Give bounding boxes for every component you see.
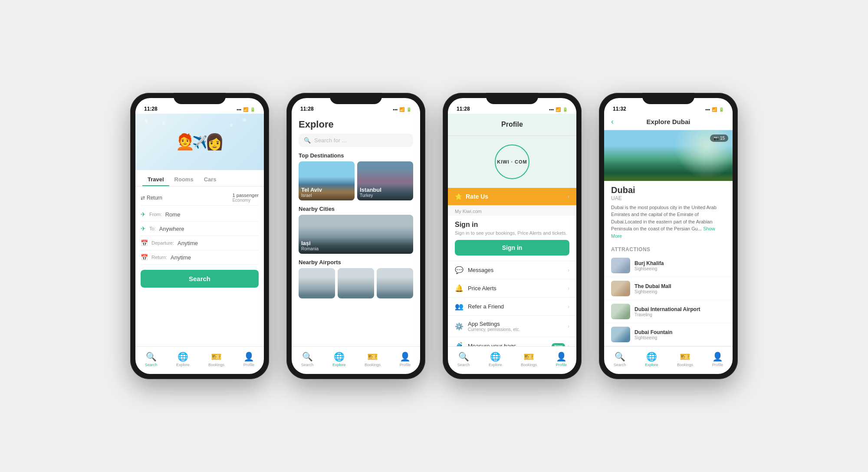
nav-bookings-4[interactable]: 🎫 Bookings [677, 351, 693, 367]
nearby-cities-title: Nearby Cities [299, 206, 413, 212]
tab-travel[interactable]: Travel [142, 174, 169, 186]
nav-bookings-2[interactable]: 🎫 Bookings [365, 351, 381, 367]
departure-plane-icon: ✈ [141, 211, 146, 218]
characters: 🧑‍🦰 ✈️ 👩 [175, 133, 224, 151]
profile-nav-icon-2: 👤 [400, 351, 411, 362]
dubai-info: Dubai UAE Dubai is the most populous cit… [604, 181, 733, 244]
nav-bookings-1[interactable]: 🎫 Bookings [208, 351, 224, 367]
settings-icon: ⚙️ [455, 322, 464, 331]
status-time-3: 11:28 [457, 106, 470, 112]
attraction-dubai-mall[interactable]: The Dubai Mall Sightseeing [604, 277, 733, 300]
nav-search-4[interactable]: 🔍 Search [614, 351, 626, 367]
explore-search-bar[interactable]: 🔍 Search for ... [299, 134, 413, 147]
attractions-label: Attractions [604, 244, 733, 254]
status-icons-3: ▪▪▪ 📶 🔋 [549, 107, 568, 112]
attraction-burj-khalifa[interactable]: Burj Khalifa Sightseeing [604, 254, 733, 277]
wifi-icon-2: 📶 [399, 107, 404, 112]
tab-rooms[interactable]: Rooms [169, 174, 199, 186]
attraction-dubai-airport[interactable]: Dubai International Airport Traveling [604, 300, 733, 323]
signal-icon-4: ▪▪▪ [705, 107, 710, 112]
explore-header: Explore 🔍 Search for ... [292, 114, 420, 151]
star-icon: ⭐ [455, 193, 462, 200]
trip-type[interactable]: ⇄ Return [141, 195, 162, 201]
nav-explore-3[interactable]: 🌐 Explore [489, 351, 502, 367]
settings-chevron: › [568, 323, 569, 329]
fountain-thumbnail [611, 327, 630, 342]
profile-title: Profile [501, 121, 523, 128]
from-field[interactable]: ✈ From: Rome [141, 207, 259, 222]
menu-app-settings[interactable]: ⚙️ App Settings Currency, permissions, e… [448, 316, 576, 337]
trip-type-row: ⇄ Return 1 passenger Economy [141, 190, 259, 206]
messages-icon: 💬 [455, 266, 464, 274]
battery-icon-4: 🔋 [719, 107, 724, 112]
nearby-airports-title: Nearby Airports [299, 259, 413, 266]
destinations-grid: Tel Aviv Israel Istanbul Turkey [299, 161, 413, 200]
dubai-country: UAE [611, 195, 726, 201]
rate-us-button[interactable]: ⭐ Rate Us › [448, 188, 576, 205]
dest-istanbul[interactable]: Istanbul Turkey [357, 161, 413, 200]
hero-illustration: ❄ ❄ ❄ ❄ 🧑‍🦰 ✈️ 👩 [135, 114, 264, 170]
messages-chevron: › [568, 267, 569, 273]
attraction-dubai-fountain[interactable]: Dubai Fountain Sightseeing [604, 323, 733, 346]
nav-profile-1[interactable]: 👤 Profile [243, 351, 255, 367]
back-button[interactable]: ‹ [611, 117, 614, 126]
snowflake-3: ❄ [242, 117, 247, 123]
nav-bookings-3[interactable]: 🎫 Bookings [521, 351, 537, 367]
status-time-2: 11:28 [300, 106, 314, 112]
battery-icon-3: 🔋 [562, 107, 568, 112]
profile-nav-icon-4: 👤 [712, 351, 723, 362]
nav-search-3[interactable]: 🔍 Search [457, 351, 470, 367]
calendar-icon-return: 📅 [141, 254, 148, 261]
menu-messages[interactable]: 💬 Messages › [448, 261, 576, 279]
bags-icon: 🧳 [455, 342, 464, 346]
status-icons-1: ▪▪▪ 📶 🔋 [237, 107, 255, 112]
nav-explore-4[interactable]: 🌐 Explore [645, 351, 658, 367]
explore-nav-icon-1: 🌐 [178, 351, 188, 362]
departure-field[interactable]: 📅 Departure: Anytime [141, 236, 259, 250]
price-alerts-icon: 🔔 [455, 284, 464, 292]
nav-explore-1[interactable]: 🌐 Explore [176, 351, 190, 367]
nav-profile-2[interactable]: 👤 Profile [400, 351, 411, 367]
airport-thumbnail [611, 304, 630, 319]
airport-3[interactable] [377, 268, 413, 298]
nearby-cities-section: Nearby Cities Iași Romania [292, 204, 420, 257]
sign-in-title: Sign in [455, 221, 569, 229]
my-kiwi-label: My Kiwi.com [448, 205, 576, 216]
menu-refer-friend[interactable]: 👥 Refer a Friend › [448, 298, 576, 316]
to-field[interactable]: ✈ To: Anywhere [141, 222, 259, 236]
status-time-1: 11:28 [144, 106, 158, 112]
nav-explore-2[interactable]: 🌐 Explore [332, 351, 346, 367]
signal-icon-3: ▪▪▪ [549, 107, 554, 112]
burj-thumbnail [611, 258, 630, 273]
tab-cars[interactable]: Cars [199, 174, 222, 186]
phone-3: 11:28 ▪▪▪ 📶 🔋 Profile KIWI · COM ⭐ Rate … [443, 93, 582, 379]
photo-count: 📷 15 [710, 134, 728, 142]
nav-profile-3[interactable]: 👤 Profile [556, 351, 567, 367]
nav-search-1[interactable]: 🔍 Search [145, 351, 158, 367]
menu-measure-bags[interactable]: 🧳 Measure your bags New › [448, 337, 576, 346]
menu-price-alerts[interactable]: 🔔 Price Alerts › [448, 279, 576, 298]
sign-in-button[interactable]: Sign in [455, 240, 569, 256]
notch-4 [642, 93, 694, 104]
nav-profile-4[interactable]: 👤 Profile [712, 351, 723, 367]
passenger-info[interactable]: 1 passenger Economy [232, 193, 259, 203]
search-nav-icon-4: 🔍 [615, 351, 625, 362]
airport-1[interactable] [299, 268, 335, 298]
bottom-nav-2: 🔍 Search 🌐 Explore 🎫 Bookings 👤 Profile [292, 346, 420, 374]
battery-icon-2: 🔋 [406, 107, 411, 112]
new-badge: New [552, 343, 565, 347]
photo-icon: 📷 [713, 136, 720, 141]
bottom-nav-4: 🔍 Search 🌐 Explore 🎫 Bookings 👤 Profile [604, 346, 733, 374]
airport-2[interactable] [338, 268, 374, 298]
nav-search-2[interactable]: 🔍 Search [301, 351, 314, 367]
top-destinations-title: Top Destinations [299, 152, 413, 159]
refer-chevron: › [568, 304, 569, 310]
search-button-1[interactable]: Search [141, 270, 259, 288]
explore-title: Explore [299, 119, 413, 130]
dest-tel-aviv[interactable]: Tel Aviv Israel [299, 161, 355, 200]
return-field[interactable]: 📅 Return: Anytime [141, 250, 259, 265]
arrival-plane-icon: ✈ [141, 225, 146, 232]
explore-dubai-title: Explore Dubai [647, 118, 690, 125]
dubai-hero-image: 📷 15 [604, 130, 733, 181]
nearby-iasi[interactable]: Iași Romania [299, 215, 413, 254]
